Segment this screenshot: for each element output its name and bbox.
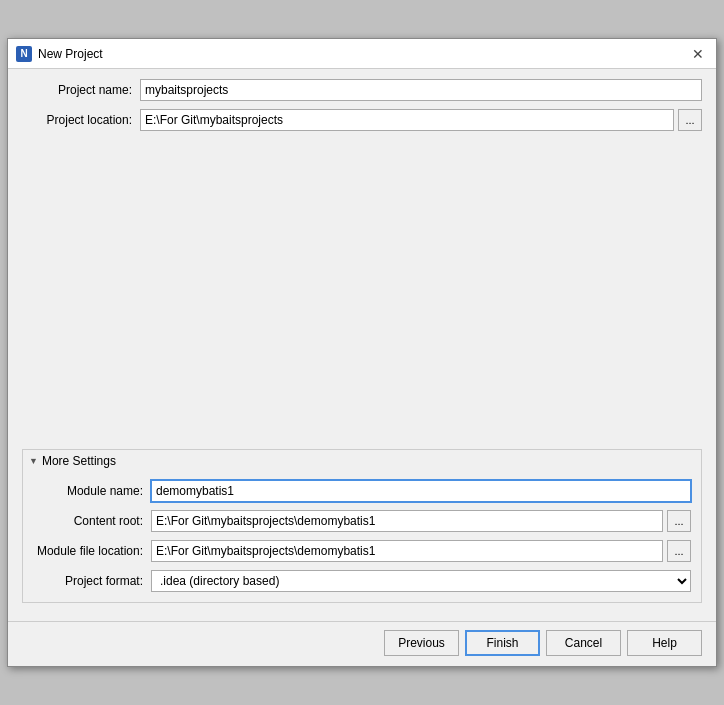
content-root-label: Content root: <box>33 514 143 528</box>
project-name-label: Project name: <box>22 83 132 97</box>
project-name-input[interactable] <box>140 79 702 101</box>
module-name-input[interactable] <box>151 480 691 502</box>
footer: Previous Finish Cancel Help <box>8 621 716 666</box>
content-root-input[interactable] <box>151 510 663 532</box>
cancel-button[interactable]: Cancel <box>546 630 621 656</box>
project-format-label: Project format: <box>33 574 143 588</box>
project-location-browse-button[interactable]: ... <box>678 109 702 131</box>
close-button[interactable]: ✕ <box>688 44 708 64</box>
more-settings-body: Module name: Content root: ... Module fi… <box>23 472 701 602</box>
project-location-input-wrap: ... <box>140 109 702 131</box>
title-bar: N New Project ✕ <box>8 39 716 69</box>
module-file-row: Module file location: ... <box>33 540 691 562</box>
project-name-row: Project name: <box>22 79 702 101</box>
module-name-input-wrap <box>151 480 691 502</box>
module-name-row: Module name: <box>33 480 691 502</box>
more-settings-section: ▼ More Settings Module name: Content roo… <box>22 449 702 603</box>
more-settings-header[interactable]: ▼ More Settings <box>23 450 701 472</box>
more-settings-label: More Settings <box>42 454 116 468</box>
project-location-input[interactable] <box>140 109 674 131</box>
dialog-title: New Project <box>38 47 103 61</box>
content-root-browse-button[interactable]: ... <box>667 510 691 532</box>
module-file-label: Module file location: <box>33 544 143 558</box>
project-location-label: Project location: <box>22 113 132 127</box>
project-format-row: Project format: .idea (directory based) <box>33 570 691 592</box>
previous-button[interactable]: Previous <box>384 630 459 656</box>
content-root-input-wrap: ... <box>151 510 691 532</box>
finish-button[interactable]: Finish <box>465 630 540 656</box>
module-file-browse-button[interactable]: ... <box>667 540 691 562</box>
project-format-select-wrap: .idea (directory based) <box>151 570 691 592</box>
project-location-row: Project location: ... <box>22 109 702 131</box>
dialog-content: Project name: Project location: ... ▼ Mo… <box>8 69 716 621</box>
dialog-icon: N <box>16 46 32 62</box>
project-format-select[interactable]: .idea (directory based) <box>151 570 691 592</box>
collapse-icon: ▼ <box>29 456 38 466</box>
module-name-label: Module name: <box>33 484 143 498</box>
new-project-dialog: N New Project ✕ Project name: Project lo… <box>7 38 717 667</box>
module-file-input[interactable] <box>151 540 663 562</box>
title-bar-left: N New Project <box>16 46 103 62</box>
help-button[interactable]: Help <box>627 630 702 656</box>
content-root-row: Content root: ... <box>33 510 691 532</box>
project-name-input-wrap <box>140 79 702 101</box>
module-file-input-wrap: ... <box>151 540 691 562</box>
spacer <box>22 139 702 439</box>
